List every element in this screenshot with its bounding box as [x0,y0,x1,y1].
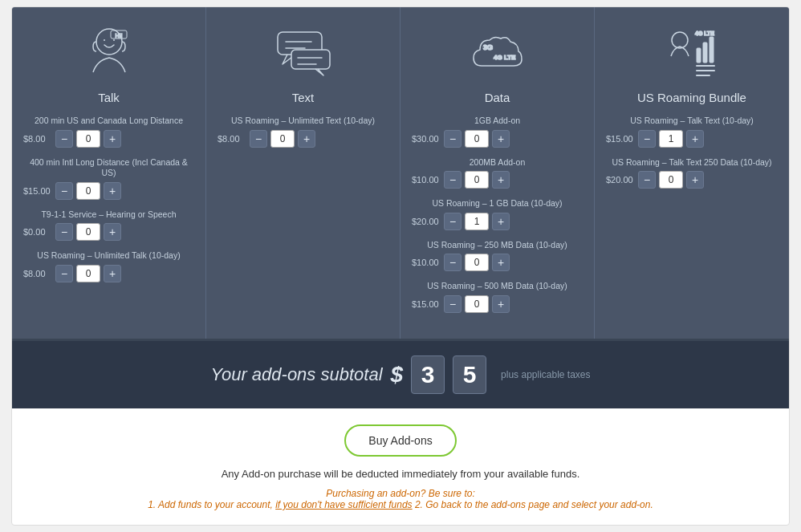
addons-grid: HI! Talk 200 min US and Canada Long Dist… [12,7,789,341]
talk-item-1-control: $15.00 − 0 + [23,182,194,200]
talk-item-3: US Roaming – Unlimited Talk (10-day) $8.… [23,250,194,282]
footer-section: Buy Add-ons Any Add-on purchase will be … [12,408,789,525]
roaming-item-1-control: $20.00 − 0 + [606,171,778,189]
roaming-item-1: US Roaming – Talk Text 250 Data (10-day)… [606,157,778,189]
data-item-2-control: $20.00 − 1 + [412,213,583,230]
data-item-3-qty: 0 [465,254,489,271]
roaming-item-0-plus[interactable]: + [686,130,704,148]
data-item-4-minus[interactable]: − [444,295,461,313]
buy-addons-button[interactable]: Buy Add-ons [344,424,456,457]
talk-item-0: 200 min US and Canada Long Distance $8.0… [23,116,194,148]
add-funds-link[interactable]: if you don't have sufficient funds [275,499,412,510]
data-item-0-price: $30.00 [412,134,441,144]
text-item-0-price: $8.00 [218,134,246,144]
talk-item-0-price: $8.00 [23,134,52,144]
data-item-2-plus[interactable]: + [492,213,510,230]
data-item-1-minus[interactable]: − [444,171,461,189]
talk-item-2-plus[interactable]: + [104,223,121,241]
roaming-item-1-minus[interactable]: − [638,171,656,189]
dollar-sign: $ [391,362,404,388]
svg-text:4G LTE: 4G LTE [695,30,714,36]
data-item-3-label: US Roaming – 250 MB Data (10-day) [412,240,583,251]
talk-item-2-price: $0.00 [23,227,52,237]
talk-item-3-label: US Roaming – Unlimited Talk (10-day) [23,250,194,262]
data-item-2: US Roaming – 1 GB Data (10-day) $20.00 −… [412,198,583,230]
subtotal-digit2: 5 [453,355,486,394]
roaming-icon: 4G LTE [606,20,778,84]
talk-item-3-qty: 0 [76,265,100,282]
data-item-0-label: 1GB Add-on [412,116,583,127]
data-item-3-price: $10.00 [412,258,441,267]
subtotal-tax: plus applicable taxes [501,369,590,380]
data-item-0-plus[interactable]: + [492,130,510,148]
data-item-1-label: 200MB Add-on [412,157,583,169]
svg-text:4G LTE: 4G LTE [494,54,516,61]
talk-item-1: 400 min Intl Long Distance (Incl Canada … [23,157,194,200]
talk-item-1-price: $15.00 [23,186,52,196]
talk-item-0-control: $8.00 − 0 + [23,130,194,148]
talk-item-3-control: $8.00 − 0 + [23,265,194,282]
talk-item-0-plus[interactable]: + [104,130,121,148]
data-item-4-plus[interactable]: + [492,295,510,313]
roaming-item-0-label: US Roaming – Talk Text (10-day) [606,116,778,127]
data-item-0: 1GB Add-on $30.00 − 0 + [412,116,583,148]
talk-item-1-label: 400 min Intl Long Distance (Incl Canada … [23,157,194,179]
talk-item-1-plus[interactable]: + [104,182,121,200]
talk-item-2-minus[interactable]: − [55,223,73,241]
page-wrapper: HI! Talk 200 min US and Canada Long Dist… [11,6,790,526]
roaming-item-0-minus[interactable]: − [638,130,656,148]
data-item-2-qty: 1 [465,213,489,230]
talk-item-2: T9-1-1 Service – Hearing or Speech $0.00… [23,209,194,242]
text-title: Text [218,91,388,104]
roaming-item-0: US Roaming – Talk Text (10-day) $15.00 −… [606,116,778,148]
warning-line1: Purchasing an add-on? Be sure to: [326,488,474,499]
data-item-1: 200MB Add-on $10.00 − 0 + [412,157,583,189]
roaming-item-1-price: $20.00 [606,175,635,185]
data-item-4: US Roaming – 500 MB Data (10-day) $15.00… [412,281,583,313]
data-item-2-minus[interactable]: − [444,213,461,230]
data-item-0-qty: 0 [465,130,489,148]
buy-btn-wrap: Buy Add-ons [36,424,765,457]
data-item-1-plus[interactable]: + [492,171,510,189]
roaming-item-1-plus[interactable]: + [686,171,704,189]
text-item-0: US Roaming – Unlimited Text (10-day) $8.… [218,116,388,148]
data-item-3-control: $10.00 − 0 + [412,254,583,271]
talk-column: HI! Talk 200 min US and Canada Long Dist… [12,7,206,339]
talk-item-0-label: 200 min US and Canada Long Distance [23,116,194,127]
talk-item-0-qty: 0 [76,130,100,148]
data-item-4-price: $15.00 [412,299,441,309]
talk-icon: HI! [23,20,194,84]
roaming-item-0-qty: 1 [659,130,683,148]
roaming-item-0-control: $15.00 − 1 + [606,130,778,148]
svg-text:HI!: HI! [115,33,122,39]
data-item-3-minus[interactable]: − [444,254,461,271]
data-item-0-minus[interactable]: − [444,130,461,148]
data-item-3-plus[interactable]: + [492,254,510,271]
text-item-0-control: $8.00 − 0 + [218,130,388,148]
talk-item-0-minus[interactable]: − [55,130,73,148]
talk-item-1-minus[interactable]: − [55,182,73,200]
data-item-3: US Roaming – 250 MB Data (10-day) $10.00… [412,240,583,272]
text-column: Text US Roaming – Unlimited Text (10-day… [206,7,400,339]
data-item-4-label: US Roaming – 500 MB Data (10-day) [412,281,583,292]
svg-rect-14 [697,48,701,63]
talk-item-3-minus[interactable]: − [55,265,73,282]
text-item-0-minus[interactable]: − [250,130,267,148]
subtotal-label: Your add-ons subtotal [210,364,382,385]
data-item-1-control: $10.00 − 0 + [412,171,583,189]
svg-rect-8 [291,50,330,69]
talk-title: Talk [23,91,194,104]
svg-point-13 [672,32,688,48]
data-column: 3G 4G LTE Data 1GB Add-on $30.00 − 0 + 2… [400,7,595,339]
data-item-2-price: $20.00 [412,217,441,226]
talk-item-3-price: $8.00 [23,269,52,278]
data-item-4-control: $15.00 − 0 + [412,295,583,313]
text-item-0-plus[interactable]: + [298,130,315,148]
data-item-2-label: US Roaming – 1 GB Data (10-day) [412,198,583,209]
talk-item-2-control: $0.00 − 0 + [23,223,194,241]
roaming-item-1-qty: 0 [659,171,683,189]
warning-line2: 1. Add funds to your account, if you don… [148,499,653,510]
talk-item-3-plus[interactable]: + [104,265,121,282]
talk-item-1-qty: 0 [76,182,100,200]
subtotal-bar: Your add-ons subtotal $ 3 5 plus applica… [12,341,789,408]
